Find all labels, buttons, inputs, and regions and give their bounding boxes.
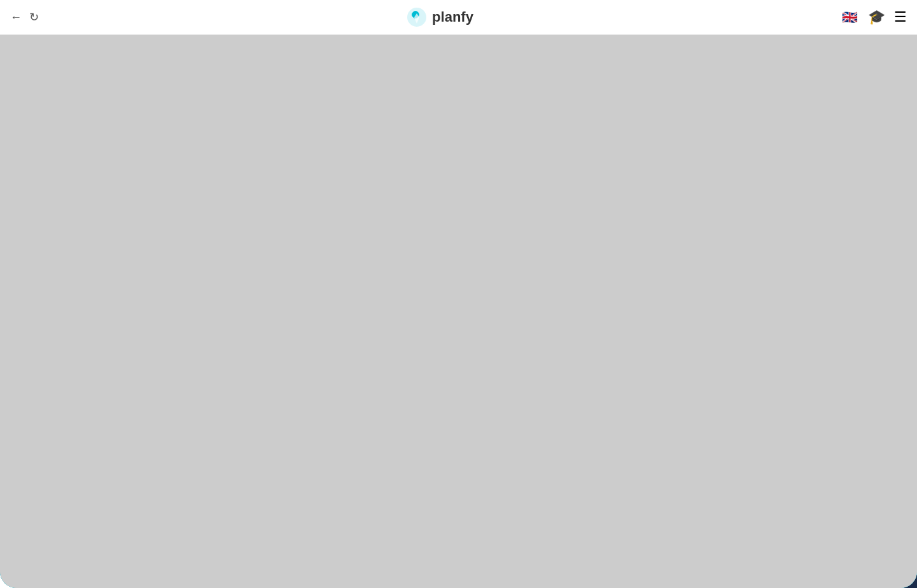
planfy-logo-icon — [407, 7, 427, 27]
logo-text: planfy — [432, 9, 473, 25]
back-button[interactable]: ← — [10, 11, 22, 24]
day-row-sunday: Sunday - ▲ ▼ – - ▲ ▼ — [274, 407, 862, 450]
graduation-icon[interactable]: 🎓 — [868, 9, 885, 25]
day-toggle-track[interactable] — [255, 71, 881, 588]
topbar: ← ↻ planfy 🇬🇧 🎓 ☰ — [0, 0, 917, 35]
language-flag-icon[interactable]: 🇬🇧 — [841, 11, 859, 24]
logo: planfy — [407, 7, 473, 27]
content-area: StaffSettingsWorking HoursBreak timesDel… — [255, 35, 881, 588]
refresh-button[interactable]: ↻ — [29, 10, 39, 24]
menu-icon[interactable]: ☰ — [894, 9, 907, 25]
main-layout: Staff 5 + Staff Cameron Dennis Carol Fra… — [0, 35, 917, 588]
days-container: Monday 09:00 ▲ ▼ – 12:00 ▲ ▼ — [274, 151, 862, 450]
working-hours-content: Staff Working Hours (Used when displayin… — [255, 71, 881, 588]
